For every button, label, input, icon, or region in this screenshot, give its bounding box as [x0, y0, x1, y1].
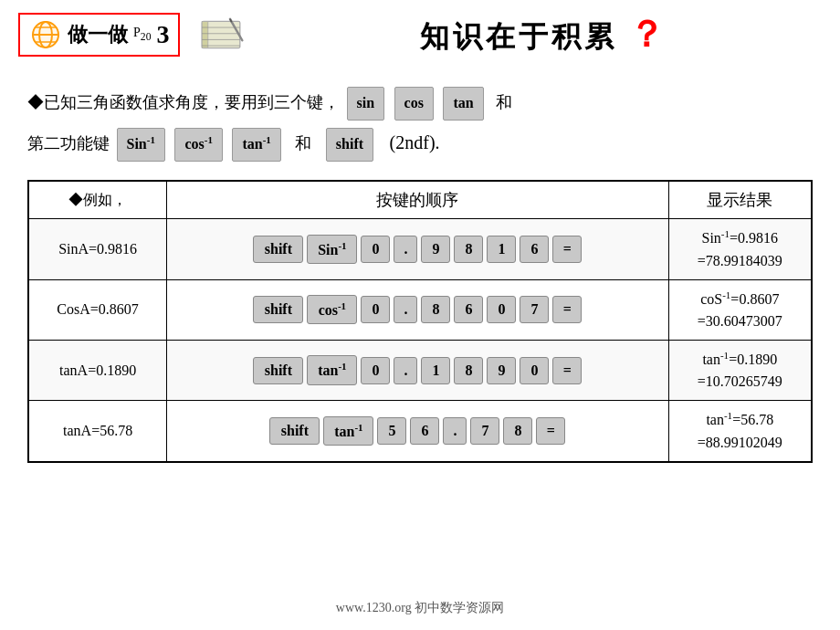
row1-label: SinA=0.9816: [28, 219, 167, 279]
content-area: ◆已知三角函数值求角度，要用到三个键， sin cos tan 和 第二功能键 …: [0, 68, 840, 481]
col-header-keys: 按键的顺序: [167, 181, 668, 219]
sin-inv-key: Sin-1: [117, 128, 165, 162]
badge-number: 3: [156, 20, 169, 49]
key-dot: .: [394, 296, 417, 323]
intro-line2: 第二功能键 Sin-1 cos-1 tan-1 和 shift (2ndf).: [27, 126, 813, 162]
key-7: 7: [470, 417, 499, 445]
key-8: 8: [454, 357, 483, 384]
sin-key: sin: [347, 87, 385, 121]
row4-key-sequence: shift tan-1 5 6 . 7 8 =: [173, 416, 662, 446]
row3-key-sequence: shift tan-1 0 . 1 8 9 0 =: [173, 355, 662, 384]
key-7: 7: [520, 296, 549, 323]
key-9: 9: [421, 236, 450, 263]
badge-sub: P20: [133, 26, 151, 43]
footer: www.1230.org 初中数学资源网: [0, 600, 840, 616]
key-1: 1: [421, 357, 450, 384]
sin-inv-btn: Sin-1: [307, 235, 357, 264]
row4-label: tanA=56.78: [28, 401, 167, 462]
cos-key: cos: [394, 87, 434, 121]
row2-keys: shift cos-1 0 . 8 6 0 7 =: [167, 279, 668, 340]
key-eq: =: [552, 357, 582, 384]
shift-btn: shift: [269, 417, 320, 445]
key-0: 0: [361, 357, 390, 384]
col-header-result: 显示结果: [668, 181, 812, 219]
intro-post-text: 和: [496, 93, 512, 111]
row4-result: tan-1=56.78=88.99102049: [668, 401, 812, 462]
key-eq: =: [552, 296, 582, 323]
key-dot: .: [394, 236, 417, 263]
key-eq: =: [552, 236, 582, 263]
notebook-icon: [198, 16, 244, 53]
row3-result: tan-1=0.1890=10.70265749: [668, 340, 812, 400]
row2-key-sequence: shift cos-1 0 . 8 6 0 7 =: [173, 295, 662, 324]
second-line-pre: 第二功能键: [27, 134, 110, 152]
table-row: CosA=0.8607 shift cos-1 0 . 8 6 0 7 =: [28, 279, 812, 340]
key-6: 6: [410, 417, 439, 445]
key-dot: .: [394, 357, 417, 384]
row1-result: Sin-1=0.9816=78.99184039: [668, 219, 812, 279]
row1-keys: shift Sin-1 0 . 9 8 1 6 =: [167, 219, 668, 279]
cos-inv-key: cos-1: [174, 128, 223, 162]
key-6: 6: [454, 296, 483, 323]
row4-keys: shift tan-1 5 6 . 7 8 =: [167, 401, 668, 462]
table-row: SinA=0.9816 shift Sin-1 0 . 9 8 1 6 =: [28, 219, 812, 279]
calculator-table: ◆例如， 按键的顺序 显示结果 SinA=0.9816 shift Sin-1 …: [27, 180, 813, 462]
tan-inv-btn: tan-1: [307, 355, 357, 384]
shift-btn: shift: [253, 357, 303, 384]
table-row: tanA=56.78 shift tan-1 5 6 . 7 8 = tan-1…: [28, 401, 812, 462]
key-8: 8: [454, 236, 483, 263]
key-eq: =: [536, 417, 565, 445]
header: 做一做 P20 3 知识在于积累 ？: [0, 0, 840, 68]
key-0b: 0: [520, 357, 549, 384]
table-row: tanA=0.1890 shift tan-1 0 . 1 8 9 0 =: [28, 340, 812, 400]
globe-icon: [29, 18, 62, 51]
key-8: 8: [503, 417, 532, 445]
key-6: 6: [520, 236, 549, 263]
row2-label: CosA=0.8607: [28, 279, 167, 340]
col-header-example: ◆例如，: [28, 181, 167, 219]
tan-key: tan: [443, 87, 483, 121]
svg-rect-7: [203, 21, 209, 47]
and-text: 和: [295, 134, 311, 152]
shift-btn: shift: [253, 236, 303, 263]
paren-text: (2ndf).: [390, 132, 440, 152]
cos-inv-btn: cos-1: [307, 295, 357, 324]
row3-keys: shift tan-1 0 . 1 8 9 0 =: [167, 340, 668, 400]
tan-inv-btn: tan-1: [323, 416, 373, 446]
key-0: 0: [361, 236, 390, 263]
main-title-area: 知识在于积累 ？: [262, 9, 822, 59]
svg-point-5: [33, 22, 58, 47]
row2-result: coS-1=0.8607=30.60473007: [668, 279, 812, 340]
footer-text: www.1230.org 初中数学资源网: [336, 601, 504, 614]
title-badge: 做一做 P20 3: [18, 13, 180, 57]
key-1: 1: [487, 236, 516, 263]
key-0: 0: [361, 296, 390, 323]
tan-inv-key: tan-1: [232, 128, 280, 162]
shift-btn: shift: [253, 296, 303, 323]
row3-label: tanA=0.1890: [28, 340, 167, 400]
key-9: 9: [487, 357, 516, 384]
badge-label: 做一做: [68, 21, 128, 48]
key-8: 8: [421, 296, 450, 323]
row1-key-sequence: shift Sin-1 0 . 9 8 1 6 =: [173, 235, 662, 264]
main-title: 知识在于积累: [420, 20, 617, 53]
intro-pre-text: ◆已知三角函数值求角度，要用到三个键，: [27, 93, 340, 111]
key-5: 5: [377, 417, 406, 445]
question-mark: ？: [628, 14, 665, 55]
table-header-row: ◆例如， 按键的顺序 显示结果: [28, 181, 812, 219]
key-0b: 0: [487, 296, 516, 323]
intro-line1: ◆已知三角函数值求角度，要用到三个键， sin cos tan 和: [27, 87, 813, 121]
shift-key-intro: shift: [326, 128, 373, 162]
key-dot: .: [443, 417, 467, 445]
